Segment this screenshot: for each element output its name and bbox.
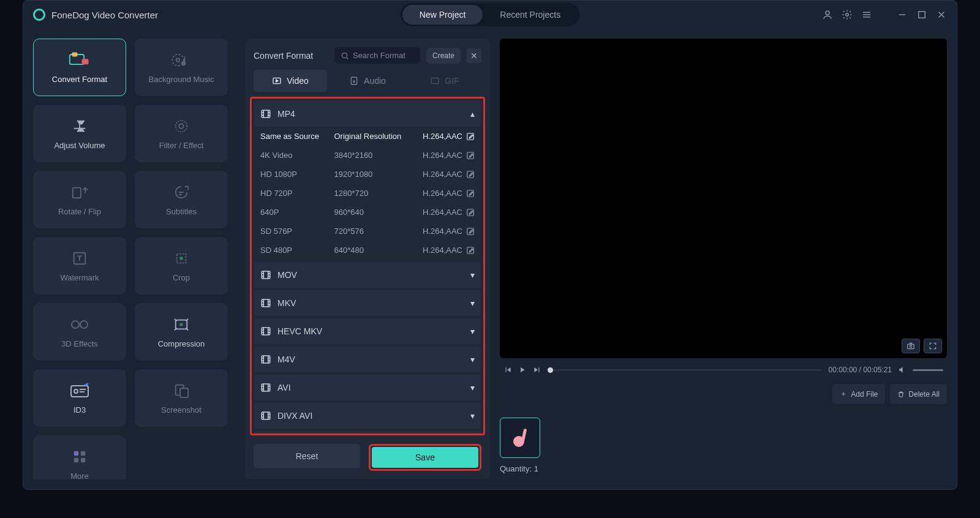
close-button[interactable] (936, 9, 947, 20)
video-preview[interactable] (500, 39, 947, 358)
volume-icon[interactable] (898, 366, 907, 374)
tool-music[interactable]: Background Music (135, 39, 228, 96)
edit-icon[interactable] (466, 151, 475, 160)
save-button[interactable]: Save (372, 447, 478, 468)
svg-rect-31 (431, 78, 439, 83)
tool-convert[interactable]: Convert Format (33, 39, 126, 96)
preset-row[interactable]: SD 480P640*480H.264,AAC (254, 241, 481, 260)
tool-label: Crop (173, 273, 190, 282)
title-bar: FoneDog Video Converter New Project Rece… (23, 1, 957, 29)
film-icon (260, 354, 271, 365)
tab-recent-projects[interactable]: Recent Projects (483, 5, 578, 24)
user-icon[interactable] (822, 9, 833, 20)
tool-more[interactable]: More (33, 435, 126, 479)
chevron-down-icon: ▾ (470, 326, 475, 336)
rotate-icon (69, 184, 91, 201)
prev-icon[interactable] (503, 366, 512, 374)
music-note-icon (512, 429, 528, 447)
chevron-down-icon: ▾ (470, 383, 475, 392)
format-list[interactable]: MP4▴Same as SourceOriginal ResolutionH.2… (250, 97, 485, 435)
tab-gif[interactable]: GIF (408, 70, 481, 92)
minimize-button[interactable] (897, 9, 908, 20)
create-button[interactable]: Create (426, 48, 461, 64)
gear-icon[interactable] (842, 9, 853, 20)
tool-subtitles[interactable]: Subtitles (135, 171, 228, 228)
preset-row[interactable]: 4K Video3840*2160H.264,AAC (254, 146, 481, 165)
tab-audio[interactable]: Audio (331, 70, 404, 92)
progress-bar[interactable] (548, 369, 823, 371)
tool-watermark[interactable]: Watermark (33, 237, 126, 295)
tool-rotate[interactable]: Rotate / Flip (33, 171, 126, 228)
maximize-button[interactable] (916, 9, 927, 20)
snapshot-icon[interactable] (902, 339, 920, 353)
chevron-down-icon: ▾ (470, 355, 475, 364)
preset-row[interactable]: HD 720P1280*720H.264,AAC (254, 184, 481, 203)
tool-3d[interactable]: 3D Effects (33, 303, 126, 361)
play-icon[interactable] (518, 366, 527, 374)
volume-icon (69, 118, 91, 135)
tools-sidebar: Convert FormatBackground MusicAdjust Vol… (33, 39, 235, 479)
format-group[interactable]: MOV▾ (254, 262, 481, 288)
tool-label: Compression (158, 339, 205, 348)
3d-icon (69, 316, 91, 333)
search-placeholder: Search Format (353, 51, 405, 60)
svg-rect-23 (74, 451, 78, 455)
queue-thumbnail[interactable] (500, 418, 540, 458)
menu-icon[interactable] (861, 9, 872, 20)
chevron-up-icon: ▴ (470, 109, 475, 119)
id3-icon (69, 382, 91, 399)
svg-rect-45 (262, 412, 270, 419)
edit-icon[interactable] (466, 170, 475, 179)
format-panel: Convert Format Search Format Create ✕ Vi… (245, 39, 490, 479)
tab-new-project[interactable]: New Project (402, 5, 483, 24)
edit-icon[interactable] (466, 132, 475, 141)
format-group[interactable]: MKV▾ (254, 290, 481, 316)
preset-row[interactable]: Same as SourceOriginal ResolutionH.264,A… (254, 127, 481, 146)
tool-filter[interactable]: Filter / Effect (135, 105, 228, 162)
tool-label: Adjust Volume (54, 141, 105, 150)
preset-row[interactable]: HD 1080P1920*1080H.264,AAC (254, 165, 481, 184)
svg-rect-41 (262, 299, 270, 307)
edit-icon[interactable] (466, 189, 475, 198)
panel-close-button[interactable]: ✕ (467, 48, 481, 63)
tool-label: Background Music (149, 75, 214, 84)
preset-row[interactable]: SD 576P720*576H.264,AAC (254, 222, 481, 241)
app-title: FoneDog Video Converter (51, 10, 158, 20)
format-group[interactable]: AVI▾ (254, 375, 481, 400)
tool-label: Screenshot (161, 405, 202, 415)
reset-button[interactable]: Reset (254, 444, 360, 468)
svg-rect-24 (81, 451, 85, 455)
format-group[interactable]: XVID AVI▾ (254, 431, 481, 435)
tool-label: 3D Effects (61, 339, 98, 348)
subtitles-icon (170, 184, 192, 201)
format-group[interactable]: DIVX AVI▾ (254, 403, 481, 429)
format-group-mp4[interactable]: MP4▴ (254, 101, 481, 127)
save-highlight: Save (369, 444, 481, 471)
edit-icon[interactable] (466, 208, 475, 217)
tool-volume[interactable]: Adjust Volume (33, 105, 126, 162)
format-group[interactable]: M4V▾ (254, 347, 481, 372)
svg-point-20 (74, 389, 78, 393)
crop-icon (170, 250, 192, 267)
tab-video[interactable]: Video (254, 70, 327, 92)
format-group[interactable]: HEVC MKV▾ (254, 318, 481, 344)
search-input[interactable]: Search Format (334, 47, 420, 64)
tool-label: Convert Format (52, 75, 107, 84)
next-icon[interactable] (533, 366, 541, 374)
tool-compress[interactable]: Compression (135, 303, 228, 361)
edit-icon[interactable] (466, 246, 475, 255)
file-queue: Quantity: 1 (500, 411, 947, 479)
tool-id3[interactable]: ID3 (33, 369, 126, 427)
fullscreen-icon[interactable] (924, 339, 942, 353)
tool-crop[interactable]: Crop (135, 237, 228, 295)
svg-point-49 (910, 345, 912, 348)
volume-slider[interactable] (913, 369, 943, 371)
delete-all-button[interactable]: Delete All (890, 384, 947, 404)
tool-screenshot[interactable]: Screenshot (135, 369, 228, 427)
add-file-button[interactable]: ＋Add File (832, 384, 885, 404)
svg-point-0 (826, 11, 829, 15)
preset-row[interactable]: 640P960*640H.264,AAC (254, 203, 481, 222)
edit-icon[interactable] (466, 227, 475, 236)
svg-rect-32 (262, 110, 270, 118)
tool-label: ID3 (74, 405, 86, 415)
